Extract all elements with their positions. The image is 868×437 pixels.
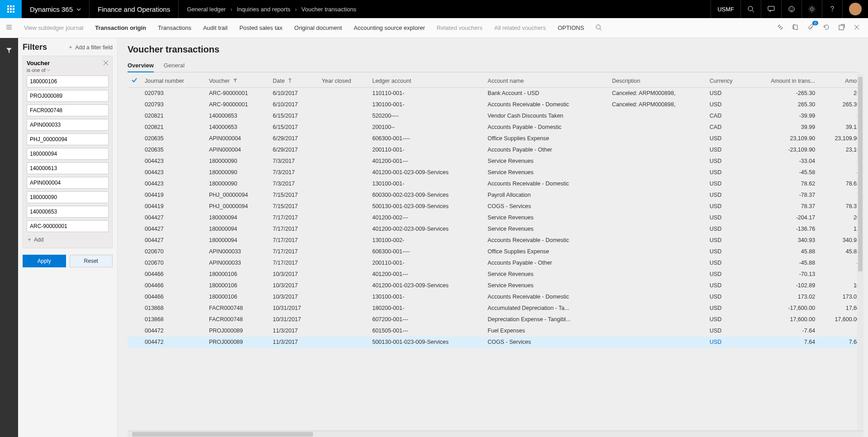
- filter-value-input[interactable]: [27, 206, 109, 218]
- tab-overview[interactable]: Overview: [128, 59, 154, 72]
- filter-value-input[interactable]: [27, 148, 109, 160]
- filter-value-input[interactable]: [27, 104, 109, 116]
- col-description[interactable]: Description: [608, 74, 706, 88]
- add-filter-value[interactable]: ＋ Add: [27, 236, 109, 243]
- filter-rail-button[interactable]: [5, 47, 13, 56]
- nav-toggle[interactable]: [0, 24, 18, 32]
- table-row[interactable]: 004419PHJ_000000947/15/2017600300-002-02…: [128, 190, 863, 201]
- cell-year-closed: [318, 223, 369, 235]
- feedback-button[interactable]: [781, 0, 802, 18]
- table-row[interactable]: 020635APIN0000046/29/2017606300-001----O…: [128, 133, 863, 144]
- help-icon: [829, 5, 836, 13]
- action-audit-trail[interactable]: Audit trail: [197, 24, 233, 31]
- col-journal-number[interactable]: Journal number: [141, 74, 205, 88]
- cell-description: [608, 235, 706, 246]
- table-row[interactable]: 0208211400006536/15/2017200100--Accounts…: [128, 122, 863, 133]
- svg-line-21: [600, 28, 602, 30]
- table-row[interactable]: 00446618000010610/3/2017401200-001-023-0…: [128, 280, 863, 291]
- table-row[interactable]: 0044271800000947/17/2017401200-002-023-0…: [128, 223, 863, 235]
- attachments-button[interactable]: 0: [807, 24, 815, 32]
- table-row[interactable]: 0044231800000907/3/2017401200-001-023-00…: [128, 167, 863, 178]
- action-options[interactable]: OPTIONS: [552, 24, 590, 31]
- filter-value-input[interactable]: [27, 177, 109, 189]
- table-row[interactable]: 013868FACR00074810/31/2017180200-001-Acc…: [128, 303, 863, 314]
- table-row[interactable]: 0044271800000947/17/2017401200-002---Ser…: [128, 212, 863, 223]
- col-amount-trans[interactable]: Amount in trans...: [748, 74, 819, 88]
- table-row[interactable]: 0044231800000907/3/2017401200-001---Serv…: [128, 156, 863, 167]
- table-row[interactable]: 020793ARC-900000016/10/2017130100-001-Ac…: [128, 99, 863, 110]
- breadcrumb-item[interactable]: General ledger: [187, 6, 226, 13]
- cell-year-closed: [318, 144, 369, 156]
- table-row[interactable]: 020670APIN0000337/17/2017606300-001----O…: [128, 246, 863, 257]
- action-transactions[interactable]: Transactions: [152, 24, 197, 31]
- scroll-thumb[interactable]: [132, 432, 313, 437]
- col-voucher[interactable]: Voucher: [205, 74, 269, 88]
- cell-ledger: 601505-001---: [369, 325, 484, 337]
- link-icon-button[interactable]: [777, 24, 784, 32]
- col-date[interactable]: Date: [269, 74, 318, 88]
- select-all-checkbox[interactable]: [128, 74, 141, 88]
- table-row[interactable]: 00446618000010610/3/2017130100-001-Accou…: [128, 291, 863, 303]
- action-view-subledger-journal: View subledger journal: [18, 24, 89, 31]
- cell-currency: USD: [706, 99, 748, 110]
- table-row[interactable]: 004419PHJ_000000947/15/2017500130-001-02…: [128, 201, 863, 212]
- cell-voucher: 140000653: [205, 122, 269, 133]
- action-accounting-source-explorer[interactable]: Accounting source explorer: [348, 24, 431, 31]
- table-row[interactable]: 0044271800000947/17/2017130100-002-Accou…: [128, 235, 863, 246]
- cell-journal: 004427: [141, 223, 205, 235]
- close-button[interactable]: [854, 24, 860, 32]
- table-row[interactable]: 0044231800000907/3/2017130100-001-Accoun…: [128, 178, 863, 190]
- col-year-closed[interactable]: Year closed: [318, 74, 369, 88]
- breadcrumb-item[interactable]: Voucher transactions: [301, 6, 356, 13]
- apply-button[interactable]: Apply: [23, 255, 66, 267]
- add-filter-field[interactable]: ＋ Add a filter field: [68, 43, 113, 51]
- breadcrumb-item[interactable]: Inquiries and reports: [237, 6, 291, 13]
- table-row[interactable]: 013868FACR00074810/31/2017607200-001---D…: [128, 314, 863, 325]
- table-row[interactable]: 020670APIN0000337/17/2017200110-001-Acco…: [128, 257, 863, 269]
- filter-value-input[interactable]: [27, 76, 109, 87]
- table-row[interactable]: 020793ARC-900000016/10/2017110110-001-Ba…: [128, 88, 863, 99]
- col-ledger-account[interactable]: Ledger account: [369, 74, 484, 88]
- table-row[interactable]: 020635APIN0000046/29/2017200110-001-Acco…: [128, 144, 863, 156]
- brand-menu[interactable]: Dynamics 365: [22, 0, 90, 18]
- action-posted-sales-tax[interactable]: Posted sales tax: [233, 24, 288, 31]
- col-currency[interactable]: Currency: [706, 74, 748, 88]
- cell-ledger: 130100-001-: [369, 291, 484, 303]
- app-launcher-button[interactable]: [0, 0, 22, 18]
- filter-value-input[interactable]: [27, 162, 109, 174]
- popout-button[interactable]: [838, 24, 845, 32]
- messages-button[interactable]: [761, 0, 781, 18]
- filter-value-input[interactable]: [27, 220, 109, 232]
- reset-button[interactable]: Reset: [70, 255, 113, 267]
- filter-value-input[interactable]: [27, 133, 109, 145]
- filter-value-input[interactable]: [27, 191, 109, 203]
- action-search[interactable]: [595, 24, 602, 32]
- cell-currency: USD: [706, 88, 748, 99]
- remove-filter-button[interactable]: [103, 60, 109, 67]
- action-transaction-origin[interactable]: Transaction origin: [89, 24, 152, 31]
- tab-general[interactable]: General: [164, 59, 185, 72]
- refresh-button[interactable]: [823, 24, 830, 32]
- search-button[interactable]: [740, 0, 761, 18]
- cell-amount-trans: -45.58: [748, 167, 819, 178]
- search-icon: [747, 5, 754, 13]
- cell-currency: USD: [706, 201, 748, 212]
- user-avatar[interactable]: [842, 0, 868, 18]
- office-button[interactable]: [792, 24, 799, 32]
- filter-value-input[interactable]: [27, 90, 109, 102]
- filter-operator[interactable]: is one of: [27, 67, 50, 73]
- horizontal-scrollbar[interactable]: [128, 431, 863, 437]
- company-picker[interactable]: USMF: [711, 0, 740, 18]
- table-row[interactable]: 004472PROJ00008911/3/2017601505-001---Fu…: [128, 325, 863, 337]
- settings-button[interactable]: [802, 0, 822, 18]
- vertical-scrollbar[interactable]: [857, 74, 863, 431]
- col-account-name[interactable]: Account name: [484, 74, 608, 88]
- action-original-document[interactable]: Original document: [289, 24, 348, 31]
- table-row[interactable]: 004472PROJ00008911/3/2017500130-001-023-…: [128, 337, 863, 348]
- help-button[interactable]: [822, 0, 842, 18]
- table-row[interactable]: 00446618000010610/3/2017401200-001---Ser…: [128, 269, 863, 280]
- filter-value-input[interactable]: [27, 119, 109, 131]
- scroll-thumb[interactable]: [858, 77, 863, 271]
- cell-currency: USD: [706, 257, 748, 269]
- table-row[interactable]: 0208211400006536/15/2017520200----Vendor…: [128, 110, 863, 122]
